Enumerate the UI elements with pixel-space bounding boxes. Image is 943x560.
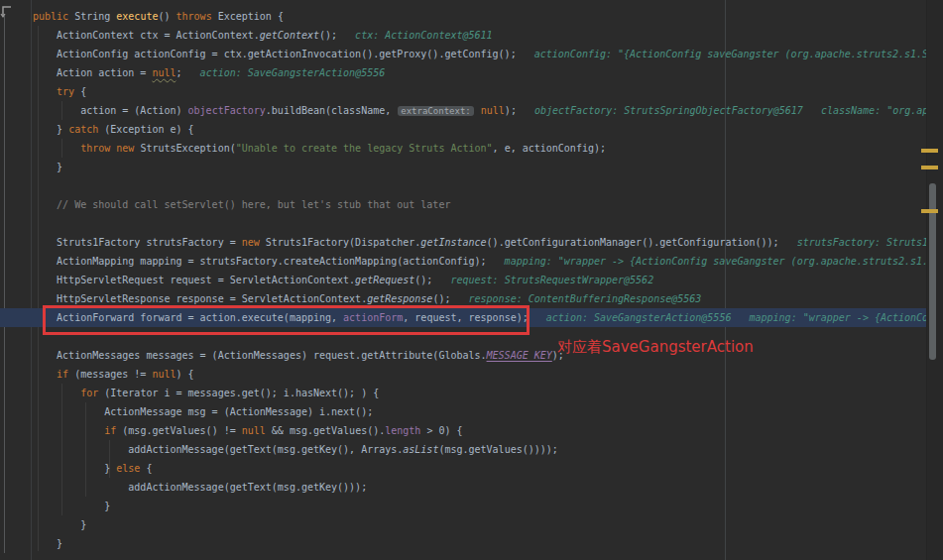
code-token: } [33, 162, 62, 172]
code-line[interactable]: } [33, 515, 943, 534]
code-token: Exception { [218, 11, 284, 22]
code-line[interactable]: } else { [33, 459, 943, 478]
code-token: , e, actionConfig); [493, 143, 606, 154]
code-line[interactable]: } catch (Exception e) { [33, 120, 943, 139]
code-token: (); [432, 293, 450, 304]
code-token: ActionContext ctx = ActionContext. [33, 30, 260, 41]
code-line[interactable]: public String execute() throws Exception… [33, 7, 943, 26]
code-line[interactable]: if (msg.getValues() != null && msg.getVa… [33, 421, 943, 440]
code-token: StrutsException( [140, 143, 235, 154]
code-token: null [152, 67, 176, 78]
code-token: if [33, 425, 116, 436]
code-token: MESSAGE_KEY [487, 350, 552, 361]
code-token: ().getConfigurationManager().getConfigur… [487, 237, 779, 248]
code-token: length [385, 425, 420, 436]
code-token: catch [68, 124, 98, 135]
code-token: (msg.getValues() != [116, 425, 241, 436]
code-token: if [33, 369, 68, 380]
code-line[interactable]: ActionMessages messages = (ActionMessage… [33, 346, 943, 365]
inline-debug-value: request: StrutsRequestWrapper@5562 [432, 275, 653, 285]
code-line[interactable]: HttpServletRequest request = ServletActi… [33, 271, 943, 289]
fold-region-line [4, 16, 5, 553]
code-token: try [33, 86, 74, 97]
code-token: .buildBean(className, [266, 105, 397, 116]
code-token: objectFactory [188, 105, 266, 116]
code-editor: public String execute() throws Exception… [0, 0, 943, 560]
code-line[interactable]: // We should call setServlet() here, but… [33, 195, 943, 214]
gutter-separator [31, 0, 32, 560]
code-area[interactable]: public String execute() throws Exception… [33, 7, 943, 553]
code-line[interactable]: ActionContext ctx = ActionContext.getCon… [33, 26, 943, 45]
code-token: ActionMessages messages = (ActionMessage… [33, 350, 487, 361]
code-line[interactable]: ActionMessage msg = (ActionMessage) i.ne… [33, 402, 943, 421]
code-line[interactable]: } [33, 534, 943, 553]
scrollbar-thumb[interactable] [929, 183, 936, 360]
inline-debug-value: actionConfig: "{ActionConfig saveGangste… [517, 49, 943, 59]
code-token: } [33, 519, 86, 530]
code-token: throws [177, 11, 218, 22]
annotation-note: 对应着SaveGangsterAction [557, 338, 754, 357]
code-token: Struts1Factory(Dispatcher. [266, 237, 421, 248]
code-token: addActionMessage(getText(msg.getKey())); [33, 482, 367, 493]
code-token: else [116, 463, 140, 474]
inline-debug-value: mapping: "wrapper -> {ActionConfig saveG… [487, 256, 943, 267]
code-token: (msg.getValues()))); [438, 444, 557, 455]
inline-debug-value: ctx: ActionContext@5611 [337, 30, 493, 41]
code-token: (Iterator i = messages.get(); i.hasNext(… [98, 388, 379, 398]
code-token: ActionMapping mapping = strutsFactory.cr… [33, 256, 487, 267]
code-line[interactable]: addActionMessage(getText(msg.getKey(), A… [33, 440, 943, 459]
code-line[interactable]: Action action = null; action: SaveGangst… [33, 63, 943, 82]
code-line[interactable]: try { [33, 82, 943, 101]
code-token: (); [414, 275, 432, 285]
annotation-rectangle [43, 305, 530, 335]
code-token: () [158, 11, 176, 22]
inline-debug-value: strutsFactory: Struts1Factory [779, 237, 943, 248]
code-token: HttpServletResponse response = ServletAc… [33, 293, 367, 304]
code-line[interactable]: ActionConfig actionConfig = ctx.getActio… [33, 45, 943, 63]
code-token: getResponse [367, 293, 432, 304]
code-token: } [33, 463, 116, 474]
code-line[interactable]: Struts1Factory strutsFactory = new Strut… [33, 233, 943, 252]
code-token: ActionMessage msg = (ActionMessage) i.ne… [33, 406, 373, 417]
code-token: asList [403, 444, 438, 455]
code-token: } [33, 538, 62, 549]
code-token: && msg.getValues(). [266, 425, 385, 436]
code-line[interactable]: throw new StrutsException("Unable to cre… [33, 139, 943, 158]
code-token: action = (Action) [33, 105, 188, 116]
code-token: (Exception e) { [98, 124, 193, 135]
code-token: execute [116, 11, 158, 22]
inline-debug-value: objectFactory: StrutsSpringObjectFactory… [517, 105, 943, 116]
code-token: Struts1Factory strutsFactory = [33, 237, 242, 248]
code-token: new [242, 237, 266, 248]
code-token: ); [505, 105, 517, 116]
code-line[interactable] [33, 214, 943, 233]
code-token: } [33, 501, 110, 511]
code-line[interactable]: for (Iterator i = messages.get(); i.hasN… [33, 384, 943, 402]
code-line[interactable]: } [33, 158, 943, 176]
inline-debug-value: action: SaveGangsterAction@5556 [182, 67, 386, 78]
code-line[interactable]: if (messages != null) { [33, 365, 943, 384]
code-token: (); [319, 30, 337, 41]
code-token: > 0) { [420, 425, 462, 436]
code-line[interactable]: addActionMessage(getText(msg.getKey())); [33, 478, 943, 497]
code-token: (messages != [68, 369, 152, 380]
code-token: null [481, 105, 505, 116]
code-line[interactable]: action = (Action) objectFactory.buildBea… [33, 101, 943, 120]
code-line[interactable]: ActionMapping mapping = strutsFactory.cr… [33, 252, 943, 271]
code-token: addActionMessage(getText(msg.getKey(), A… [33, 444, 403, 455]
code-token: String [74, 11, 116, 22]
code-token: "Unable to create the legacy Struts Acti… [236, 143, 493, 154]
inline-debug-value: response: ContentBufferingResponse@5563 [450, 293, 701, 304]
inline-debug-value: action: SaveGangsterAction@5556 mapping:… [529, 312, 943, 323]
code-token: HttpServletRequest request = ServletActi… [33, 275, 355, 285]
code-token: getContext [260, 30, 319, 41]
code-line[interactable] [33, 176, 943, 195]
code-line[interactable]: } [33, 497, 943, 515]
code-token: { [74, 86, 86, 97]
code-token: null [242, 425, 266, 436]
code-token: Action action = [33, 67, 152, 78]
code-token: public [33, 11, 74, 22]
fold-marker-icon[interactable] [0, 5, 13, 19]
code-token: throw new [33, 143, 140, 154]
code-token: getInstance [420, 237, 486, 248]
